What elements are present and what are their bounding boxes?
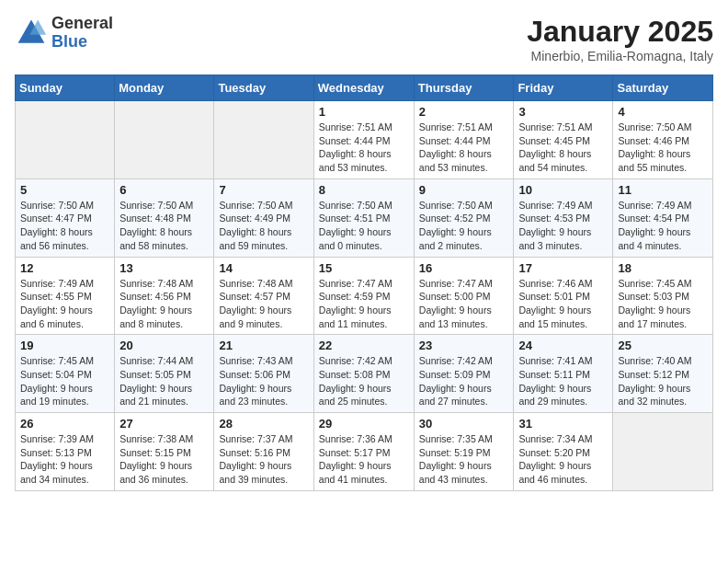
day-number: 16: [419, 261, 509, 275]
day-number: 12: [20, 261, 109, 275]
day-number: 25: [618, 339, 708, 352]
day-number: 20: [119, 339, 209, 352]
day-number: 26: [20, 417, 109, 431]
day-number: 28: [219, 417, 308, 431]
day-info: Sunrise: 7:34 AM Sunset: 5:20 PM Dayligh…: [518, 432, 608, 487]
weekday-header: Sunday: [16, 75, 115, 101]
day-info: Sunrise: 7:50 AM Sunset: 4:51 PM Dayligh…: [319, 199, 409, 253]
day-number: 24: [518, 339, 608, 352]
calendar-week-row: 5Sunrise: 7:50 AM Sunset: 4:47 PM Daylig…: [16, 178, 713, 257]
day-info: Sunrise: 7:50 AM Sunset: 4:46 PM Dayligh…: [618, 121, 708, 175]
day-info: Sunrise: 7:43 AM Sunset: 5:06 PM Dayligh…: [219, 354, 308, 408]
calendar-cell: 11Sunrise: 7:49 AM Sunset: 4:54 PM Dayli…: [613, 178, 713, 257]
day-number: 30: [419, 417, 509, 431]
weekday-header: Wednesday: [313, 75, 414, 101]
day-info: Sunrise: 7:42 AM Sunset: 5:08 PM Dayligh…: [319, 354, 409, 408]
day-info: Sunrise: 7:48 AM Sunset: 4:57 PM Dayligh…: [219, 277, 308, 331]
calendar-cell: 7Sunrise: 7:50 AM Sunset: 4:49 PM Daylig…: [214, 178, 313, 257]
day-info: Sunrise: 7:49 AM Sunset: 4:55 PM Dayligh…: [20, 277, 109, 331]
calendar-cell: 22Sunrise: 7:42 AM Sunset: 5:08 PM Dayli…: [313, 335, 414, 413]
day-number: 18: [618, 261, 708, 275]
day-info: Sunrise: 7:36 AM Sunset: 5:17 PM Dayligh…: [319, 432, 409, 487]
calendar-title: January 2025: [527, 15, 713, 49]
calendar-cell: 26Sunrise: 7:39 AM Sunset: 5:13 PM Dayli…: [16, 413, 115, 491]
day-info: Sunrise: 7:45 AM Sunset: 5:04 PM Dayligh…: [20, 354, 109, 408]
calendar-cell: [613, 413, 713, 491]
logo-general-text: General: [51, 15, 113, 33]
day-info: Sunrise: 7:49 AM Sunset: 4:53 PM Dayligh…: [518, 199, 608, 253]
calendar-cell: 30Sunrise: 7:35 AM Sunset: 5:19 PM Dayli…: [414, 413, 514, 491]
calendar-cell: 24Sunrise: 7:41 AM Sunset: 5:11 PM Dayli…: [514, 335, 613, 413]
calendar-cell: [16, 101, 115, 179]
calendar-cell: 17Sunrise: 7:46 AM Sunset: 5:01 PM Dayli…: [514, 257, 613, 335]
logo-text: General Blue: [51, 15, 113, 52]
calendar-cell: 6Sunrise: 7:50 AM Sunset: 4:48 PM Daylig…: [115, 178, 214, 257]
calendar-cell: 19Sunrise: 7:45 AM Sunset: 5:04 PM Dayli…: [16, 335, 115, 413]
day-number: 15: [319, 261, 409, 275]
day-number: 9: [419, 183, 509, 197]
weekday-header: Friday: [514, 75, 613, 101]
calendar-cell: 10Sunrise: 7:49 AM Sunset: 4:53 PM Dayli…: [514, 178, 613, 257]
calendar-cell: 23Sunrise: 7:42 AM Sunset: 5:09 PM Dayli…: [414, 335, 514, 413]
day-info: Sunrise: 7:47 AM Sunset: 5:00 PM Dayligh…: [419, 277, 509, 331]
calendar-table: SundayMondayTuesdayWednesdayThursdayFrid…: [15, 75, 713, 491]
day-number: 7: [219, 183, 308, 197]
day-info: Sunrise: 7:50 AM Sunset: 4:49 PM Dayligh…: [219, 199, 308, 253]
day-info: Sunrise: 7:35 AM Sunset: 5:19 PM Dayligh…: [419, 432, 509, 487]
day-number: 13: [119, 261, 209, 275]
day-number: 8: [319, 183, 409, 197]
logo-blue-text: Blue: [51, 33, 113, 52]
calendar-cell: 12Sunrise: 7:49 AM Sunset: 4:55 PM Dayli…: [16, 257, 115, 335]
day-number: 17: [518, 261, 608, 275]
day-info: Sunrise: 7:50 AM Sunset: 4:47 PM Dayligh…: [20, 199, 109, 253]
day-number: 5: [20, 183, 109, 197]
calendar-subtitle: Minerbio, Emilia-Romagna, Italy: [527, 49, 713, 63]
day-number: 4: [618, 105, 708, 119]
calendar-cell: 28Sunrise: 7:37 AM Sunset: 5:16 PM Dayli…: [214, 413, 313, 491]
calendar-cell: 21Sunrise: 7:43 AM Sunset: 5:06 PM Dayli…: [214, 335, 313, 413]
weekday-header: Monday: [115, 75, 214, 101]
day-number: 2: [419, 105, 509, 119]
weekday-header: Thursday: [414, 75, 514, 101]
calendar-cell: 8Sunrise: 7:50 AM Sunset: 4:51 PM Daylig…: [313, 178, 414, 257]
day-info: Sunrise: 7:49 AM Sunset: 4:54 PM Dayligh…: [618, 199, 708, 253]
day-info: Sunrise: 7:41 AM Sunset: 5:11 PM Dayligh…: [518, 354, 608, 408]
calendar-cell: 25Sunrise: 7:40 AM Sunset: 5:12 PM Dayli…: [613, 335, 713, 413]
day-number: 3: [518, 105, 608, 119]
calendar-week-row: 26Sunrise: 7:39 AM Sunset: 5:13 PM Dayli…: [16, 413, 713, 491]
day-info: Sunrise: 7:42 AM Sunset: 5:09 PM Dayligh…: [419, 354, 509, 408]
day-number: 22: [319, 339, 409, 352]
calendar-cell: 13Sunrise: 7:48 AM Sunset: 4:56 PM Dayli…: [115, 257, 214, 335]
day-number: 11: [618, 183, 708, 197]
day-number: 1: [319, 105, 409, 119]
day-info: Sunrise: 7:51 AM Sunset: 4:44 PM Dayligh…: [419, 121, 509, 175]
calendar-cell: 16Sunrise: 7:47 AM Sunset: 5:00 PM Dayli…: [414, 257, 514, 335]
day-info: Sunrise: 7:47 AM Sunset: 4:59 PM Dayligh…: [319, 277, 409, 331]
calendar-week-row: 19Sunrise: 7:45 AM Sunset: 5:04 PM Dayli…: [16, 335, 713, 413]
day-info: Sunrise: 7:38 AM Sunset: 5:15 PM Dayligh…: [119, 432, 209, 487]
calendar-cell: 20Sunrise: 7:44 AM Sunset: 5:05 PM Dayli…: [115, 335, 214, 413]
calendar-cell: 29Sunrise: 7:36 AM Sunset: 5:17 PM Dayli…: [313, 413, 414, 491]
calendar-cell: [115, 101, 214, 179]
calendar-cell: 9Sunrise: 7:50 AM Sunset: 4:52 PM Daylig…: [414, 178, 514, 257]
page-header: General Blue January 2025 Minerbio, Emil…: [15, 15, 713, 63]
day-info: Sunrise: 7:50 AM Sunset: 4:52 PM Dayligh…: [419, 199, 509, 253]
calendar-cell: 31Sunrise: 7:34 AM Sunset: 5:20 PM Dayli…: [514, 413, 613, 491]
day-number: 27: [119, 417, 209, 431]
day-number: 29: [319, 417, 409, 431]
logo-icon: [15, 17, 48, 50]
calendar-cell: 2Sunrise: 7:51 AM Sunset: 4:44 PM Daylig…: [414, 101, 514, 179]
day-number: 31: [518, 417, 608, 431]
calendar-cell: 5Sunrise: 7:50 AM Sunset: 4:47 PM Daylig…: [16, 178, 115, 257]
day-info: Sunrise: 7:48 AM Sunset: 4:56 PM Dayligh…: [119, 277, 209, 331]
day-info: Sunrise: 7:50 AM Sunset: 4:48 PM Dayligh…: [119, 199, 209, 253]
day-number: 10: [518, 183, 608, 197]
title-block: January 2025 Minerbio, Emilia-Romagna, I…: [527, 15, 713, 63]
calendar-cell: 14Sunrise: 7:48 AM Sunset: 4:57 PM Dayli…: [214, 257, 313, 335]
weekday-header-row: SundayMondayTuesdayWednesdayThursdayFrid…: [16, 75, 713, 101]
calendar-week-row: 1Sunrise: 7:51 AM Sunset: 4:44 PM Daylig…: [16, 101, 713, 179]
calendar-cell: 18Sunrise: 7:45 AM Sunset: 5:03 PM Dayli…: [613, 257, 713, 335]
day-info: Sunrise: 7:45 AM Sunset: 5:03 PM Dayligh…: [618, 277, 708, 331]
day-number: 6: [119, 183, 209, 197]
calendar-cell: 27Sunrise: 7:38 AM Sunset: 5:15 PM Dayli…: [115, 413, 214, 491]
